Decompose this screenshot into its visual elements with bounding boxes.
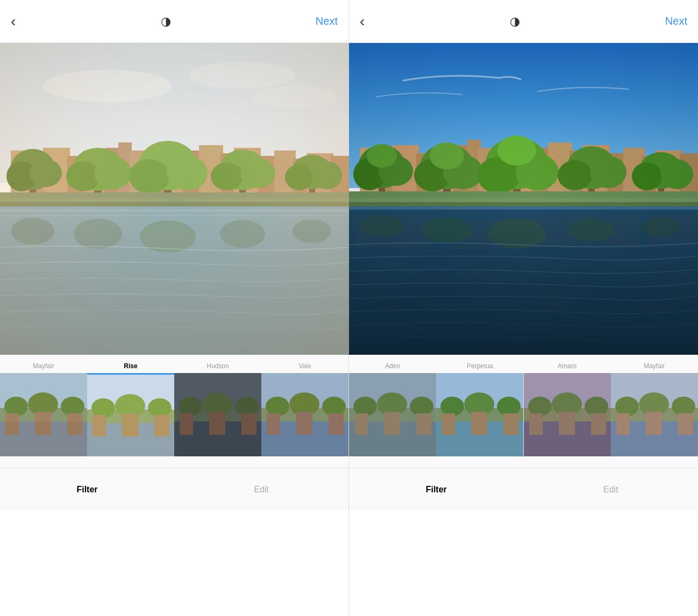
svg-rect-175 xyxy=(349,373,436,456)
svg-rect-185 xyxy=(503,413,518,435)
right-filter-names: Aden Perpetua Amaro Mayfair xyxy=(349,355,698,373)
svg-rect-81 xyxy=(87,375,174,456)
left-thumb-mayfair[interactable] xyxy=(0,373,87,456)
right-filter-aden[interactable]: Aden xyxy=(349,362,436,370)
right-thumb-perpetua[interactable] xyxy=(436,373,523,456)
svg-rect-184 xyxy=(471,412,487,435)
right-thumb-aden[interactable] xyxy=(349,373,436,456)
right-thumb-amaro[interactable] xyxy=(524,373,611,456)
right-tab-edit[interactable]: Edit xyxy=(524,485,699,495)
svg-point-99 xyxy=(322,397,346,416)
left-filter-thumbnails xyxy=(0,373,348,456)
right-main-image xyxy=(349,43,698,355)
left-filter-mayfair[interactable]: Mayfair xyxy=(0,362,87,370)
left-next-button[interactable]: Next xyxy=(316,15,338,27)
left-brightness-icon[interactable]: ◑ xyxy=(161,15,171,28)
left-back-button[interactable]: ‹ xyxy=(11,13,16,30)
svg-rect-101 xyxy=(296,412,312,435)
left-header: ‹ ◑ Next xyxy=(0,0,348,43)
right-header: ‹ ◑ Next xyxy=(349,0,698,43)
svg-point-97 xyxy=(266,397,289,416)
right-filter-perpetua[interactable]: Perpetua xyxy=(436,362,523,370)
svg-rect-207 xyxy=(611,373,698,456)
left-thumb-rise[interactable] xyxy=(87,373,174,456)
left-filter-rise[interactable]: Rise xyxy=(87,362,174,370)
left-tab-filter[interactable]: Filter xyxy=(0,485,174,495)
svg-rect-164 xyxy=(349,43,698,355)
left-bottom-tabs: Filter Edit xyxy=(0,468,348,511)
svg-rect-100 xyxy=(267,413,280,435)
right-filter-amaro[interactable]: Amaro xyxy=(524,362,611,370)
svg-point-66 xyxy=(61,397,84,416)
right-filter-mayfair[interactable]: Mayfair xyxy=(611,362,698,370)
right-next-button[interactable]: Next xyxy=(665,15,687,27)
right-back-button[interactable]: ‹ xyxy=(360,13,365,30)
right-panel: ‹ ◑ Next xyxy=(349,0,698,616)
left-panel: ‹ ◑ Next xyxy=(0,0,349,616)
svg-point-180 xyxy=(440,397,464,416)
left-filter-vale[interactable]: Vale xyxy=(261,362,348,370)
right-brightness-icon[interactable]: ◑ xyxy=(510,15,520,28)
left-thumb-vale[interactable] xyxy=(261,373,348,456)
right-thumb-mayfair[interactable] xyxy=(611,373,698,456)
svg-rect-70 xyxy=(0,421,87,456)
left-thumb-hudson[interactable] xyxy=(174,373,261,456)
left-filter-names: Mayfair Rise Hudson Vale xyxy=(0,355,348,373)
svg-rect-92 xyxy=(174,373,261,456)
left-filter-strip: Mayfair Rise Hudson Vale xyxy=(0,355,348,511)
svg-rect-102 xyxy=(329,413,344,435)
right-filter-strip: Aden Perpetua Amaro Mayfair xyxy=(349,355,698,511)
svg-point-64 xyxy=(4,397,28,416)
svg-point-182 xyxy=(497,397,521,416)
left-main-image xyxy=(0,43,349,355)
right-tab-filter[interactable]: Filter xyxy=(349,485,524,495)
svg-rect-59 xyxy=(0,43,349,355)
right-filter-thumbnails xyxy=(349,373,698,456)
svg-rect-183 xyxy=(441,413,455,435)
right-bottom-tabs: Filter Edit xyxy=(349,468,698,511)
svg-rect-196 xyxy=(524,373,611,456)
left-tab-edit[interactable]: Edit xyxy=(174,485,348,495)
left-filter-hudson[interactable]: Hudson xyxy=(174,362,261,370)
